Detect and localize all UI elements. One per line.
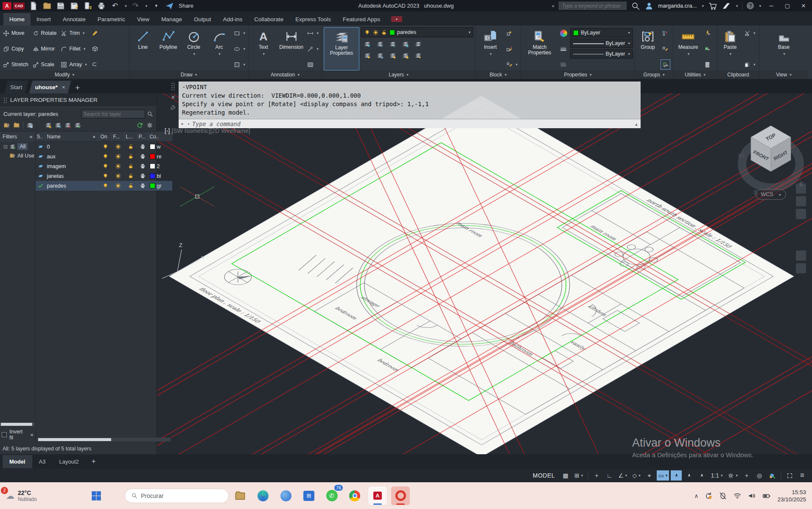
share-label[interactable]: Share	[179, 3, 193, 9]
close-command-icon[interactable]: ×	[171, 93, 175, 101]
layer-properties-button[interactable]: Layer Properties	[324, 27, 359, 70]
layer-make-current-icon[interactable]	[415, 41, 422, 48]
create-block-button[interactable]	[505, 28, 519, 38]
column-header-l[interactable]: L...	[125, 132, 137, 141]
layer-color-swatch[interactable]	[150, 154, 155, 159]
ribbon-tab-featured-apps[interactable]: Featured Apps	[337, 13, 386, 25]
taskbar-app-photos[interactable]	[277, 487, 295, 505]
close-tab-icon[interactable]: ×	[62, 84, 65, 90]
taskbar-app-opera[interactable]	[391, 487, 410, 505]
chevron-down-icon[interactable]: ▾	[83, 31, 85, 35]
stretch-button[interactable]: Stretch	[2, 59, 30, 70]
ortho-toggle[interactable]: ∟	[604, 470, 615, 481]
customize-command-icon[interactable]	[170, 104, 176, 111]
delete-layer-icon[interactable]	[64, 122, 71, 129]
isometric-drafting-toggle[interactable]: ◇▾	[630, 470, 642, 481]
taskbar-app-edge[interactable]	[254, 487, 272, 505]
layer-thaw-all-icon[interactable]	[389, 52, 396, 59]
palette-grip-icon[interactable]	[3, 97, 7, 103]
ribbon-tab-manage[interactable]: Manage	[155, 13, 188, 25]
collapse-filters-icon[interactable]: «	[30, 134, 33, 140]
invert-filter-checkbox[interactable]	[2, 432, 7, 437]
panel-label-view[interactable]: View▾	[759, 70, 808, 79]
text-button[interactable]: AText▾	[250, 27, 277, 70]
viewport-view-style[interactable]: [SW Isometric][2D Wireframe]	[171, 127, 250, 134]
autodesk-dropdown-icon[interactable]: ▾	[736, 4, 738, 8]
autocad-logo-icon[interactable]: A	[3, 2, 11, 10]
cut-button[interactable]: ▾	[743, 28, 757, 38]
annotation-autoscale-toggle[interactable]	[683, 470, 694, 481]
layer-row-janelas[interactable]: janelasbl	[36, 171, 172, 181]
polar-tracking-toggle[interactable]: ∠▾	[616, 470, 629, 481]
layer-plot-icon[interactable]	[140, 163, 146, 169]
taskbar-app-store[interactable]: ⊞	[300, 487, 318, 505]
user-avatar[interactable]	[644, 2, 654, 10]
panel-label-block[interactable]: Block▾	[476, 70, 521, 79]
user-name[interactable]: margarida.cra...	[658, 3, 697, 9]
save-to-mobile-icon[interactable]	[83, 2, 92, 10]
undo-icon[interactable]: ↶	[110, 2, 120, 10]
copy-button[interactable]: Copy	[2, 44, 30, 54]
redo-dropdown[interactable]: ▾	[146, 4, 148, 8]
new-group-filter-icon[interactable]	[13, 122, 20, 129]
tab-uhouse[interactable]: uhouse*×	[29, 81, 71, 93]
layer-lock-icon[interactable]	[402, 41, 409, 48]
group-selectable-button[interactable]	[661, 59, 670, 70]
object-snap-toggle[interactable]: ▭▾	[657, 470, 669, 481]
chevron-down-icon[interactable]: ▾	[84, 47, 86, 51]
chevron-down-icon[interactable]: ▾	[85, 62, 87, 67]
column-header-f[interactable]: F...	[112, 132, 125, 141]
refresh-icon[interactable]	[137, 122, 143, 129]
taskbar-app-whatsapp[interactable]: ✆76	[322, 487, 341, 505]
ribbon-tab-collaborate[interactable]: Collaborate	[248, 13, 289, 25]
panel-label-annotation[interactable]: Annotation▾	[249, 70, 322, 79]
expand-history-icon[interactable]: ▴	[635, 121, 638, 127]
infer-constraints-toggle[interactable]: +	[591, 470, 602, 481]
layer-color-swatch[interactable]	[150, 173, 155, 179]
ribbon-tab-add-ins[interactable]: Add-ins	[217, 13, 248, 25]
panel-label-modify[interactable]: Modify▾	[0, 70, 129, 79]
layer-freeze-icon[interactable]	[115, 163, 121, 169]
layer-lock-icon[interactable]	[128, 143, 134, 150]
collapse-icon[interactable]: «	[31, 432, 34, 438]
group-edit-button[interactable]	[661, 44, 670, 54]
leader-button[interactable]: ▾	[306, 44, 320, 54]
fillet-button[interactable]: Fillet▾	[59, 44, 88, 54]
command-window-grip[interactable]: ×	[168, 82, 178, 129]
move-button[interactable]: Move	[2, 28, 30, 38]
undo-dropdown[interactable]: ▾	[125, 4, 127, 8]
dim-linear-button[interactable]: ▾	[306, 28, 320, 38]
sync-icon[interactable]	[704, 492, 713, 500]
drag-handle-icon[interactable]	[171, 82, 175, 90]
panel-label-layers[interactable]: Layers▾	[322, 70, 475, 79]
layer-color-swatch[interactable]	[150, 144, 155, 149]
lineweight-combo[interactable]: ByLayer▾	[570, 39, 633, 48]
ribbon-tab-parametric[interactable]: Parametric	[92, 13, 131, 25]
column-header-name[interactable]: Name ▲	[46, 132, 99, 141]
wifi-icon[interactable]	[733, 492, 742, 500]
copy-clip-button[interactable]: ▾	[743, 59, 757, 70]
clean-screen-button[interactable]	[784, 470, 795, 481]
layer-on-all-icon[interactable]	[364, 52, 371, 59]
new-layer-vp-frozen-icon[interactable]	[55, 122, 62, 129]
new-layout-button[interactable]: +	[87, 457, 101, 466]
cart-icon[interactable]	[708, 2, 717, 10]
ribbon-tab-express-tools[interactable]: Express Tools	[289, 13, 337, 25]
settings-gear-icon[interactable]	[146, 122, 153, 129]
set-current-layer-icon[interactable]	[74, 122, 81, 129]
layer-freeze-icon[interactable]	[115, 153, 121, 160]
ungroup-button[interactable]	[661, 28, 670, 38]
match-properties-button[interactable]: Match Properties	[523, 27, 557, 70]
layer-row-paredes[interactable]: paredesgr	[36, 181, 172, 191]
column-header-s[interactable]: S..	[36, 132, 46, 141]
layer-freeze-icon[interactable]	[389, 41, 396, 48]
tab-start[interactable]: Start	[4, 81, 28, 93]
mouse-disabled-icon[interactable]	[719, 492, 727, 500]
ribbon-display-toggle[interactable]: ▾	[391, 16, 402, 22]
ribbon-tab-view[interactable]: View	[131, 13, 155, 25]
layer-search-input[interactable]	[81, 110, 145, 118]
select-similar-button[interactable]	[703, 44, 712, 54]
mirror-button[interactable]: Mirror	[31, 44, 58, 54]
annotation-scale-icon[interactable]	[696, 470, 707, 481]
recent-commands-icon[interactable]: ▾	[188, 122, 190, 126]
